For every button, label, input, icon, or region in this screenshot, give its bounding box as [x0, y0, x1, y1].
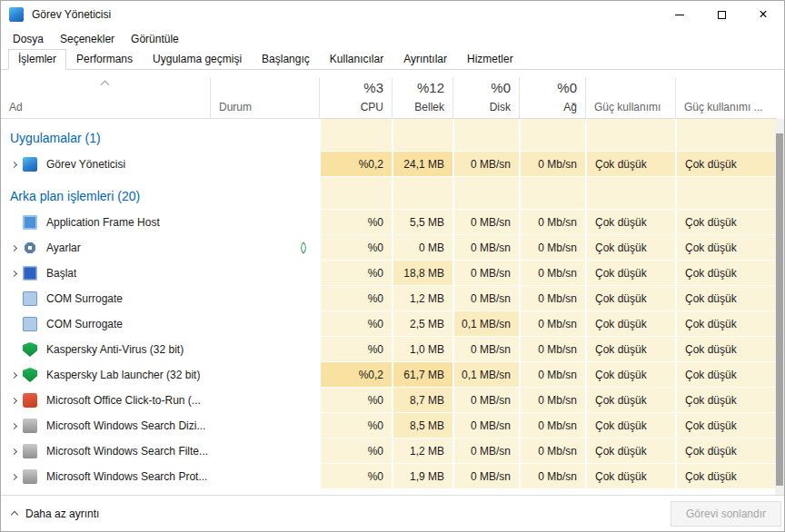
tab-performans[interactable]: Performans [66, 49, 143, 70]
process-row[interactable]: Microsoft Windows Search Filte... %0 1,2… [1, 438, 775, 464]
memory-cell: 2,5 MB [392, 311, 452, 337]
process-row[interactable]: Microsoft Windows Search Prot... %0 1,9 … [1, 464, 775, 489]
expand-chevron-icon[interactable] [10, 397, 16, 403]
cpu-total-value: %3 [363, 80, 383, 95]
close-button[interactable]: × [742, 1, 784, 28]
column-header-memory[interactable]: %12 Bellek [392, 77, 452, 118]
menu-item-görüntüle[interactable]: Görüntüle [123, 29, 187, 49]
column-header-disk[interactable]: %0 Disk [452, 77, 519, 118]
process-row[interactable]: Kaspersky Anti-Virus (32 bit) %0 1,0 MB … [1, 337, 775, 362]
group-status-cell [210, 119, 319, 152]
footer-bar: Daha az ayrıntı Görevi sonlandır [1, 495, 784, 531]
memory-cell: 24,1 MB [392, 152, 452, 177]
cpu-cell: %0 [319, 261, 392, 286]
cpu-cell: %0,2 [319, 362, 392, 388]
process-status-cell [210, 261, 319, 286]
column-header-status[interactable]: Durum [210, 77, 319, 118]
start-icon [23, 266, 37, 281]
kaspersky-icon [23, 342, 37, 357]
cpu-cell: %0 [319, 388, 392, 413]
power-trend-cell: Çok düşük [675, 235, 775, 261]
end-task-button[interactable]: Görevi sonlandır [671, 501, 781, 527]
process-row[interactable]: Başlat %0 18,8 MB 0 MB/sn 0 Mb/sn Çok dü… [1, 261, 775, 286]
tab-kullanıcılar[interactable]: Kullanıcılar [320, 49, 393, 70]
process-row[interactable]: COM Surrogate %0 2,5 MB 0,1 MB/sn 0 Mb/s… [1, 311, 775, 337]
expand-chevron-icon[interactable] [10, 448, 16, 454]
column-header-network[interactable]: %0 Ağ [519, 77, 585, 118]
disk-cell: 0,1 MB/sn [452, 362, 519, 388]
expand-chevron-icon[interactable] [10, 244, 16, 251]
process-name: Application Frame Host [46, 216, 160, 229]
tab-uygulama-geçmişi[interactable]: Uygulama geçmişi [143, 49, 252, 70]
process-row[interactable]: Görev Yöneticisi %0,2 24,1 MB 0 MB/sn 0 … [1, 152, 775, 177]
process-row[interactable]: Application Frame Host %0 5,5 MB 0 MB/sn… [1, 210, 775, 235]
expand-chevron-icon[interactable] [10, 371, 16, 378]
maximize-button[interactable] [701, 1, 742, 28]
menu-bar: DosyaSeçeneklerGörüntüle [1, 28, 784, 50]
memory-cell: 8,5 MB [392, 413, 452, 438]
group-network-cell [519, 177, 585, 210]
column-header-power[interactable]: Güç kullanımı [585, 77, 675, 118]
cpu-cell: %0 [319, 311, 392, 337]
process-status-cell [210, 438, 319, 464]
group-cpu-cell [319, 119, 392, 152]
process-name: Microsoft Office Click-to-Run (... [46, 394, 201, 407]
power-cell: Çok düşük [585, 362, 675, 388]
group-memory-cell [392, 177, 452, 210]
tab-başlangıç[interactable]: Başlangıç [252, 49, 320, 70]
memory-cell: 8,7 MB [392, 388, 452, 413]
group-memory-cell [392, 119, 452, 152]
vertical-scrollbar[interactable] [775, 119, 784, 495]
cpu-cell: %0 [319, 438, 392, 464]
process-name: COM Surrogate [46, 292, 123, 305]
process-name: Microsoft Windows Search Dizi... [46, 419, 205, 432]
minimize-button[interactable] [659, 1, 701, 28]
process-status-cell [210, 413, 319, 438]
process-name-cell: Kaspersky Anti-Virus (32 bit) [1, 337, 210, 362]
window-title: Görev Yöneticisi [32, 8, 111, 21]
expand-chevron-icon[interactable] [10, 422, 16, 429]
column-label-cpu: CPU [361, 101, 383, 113]
process-status-cell [210, 388, 319, 413]
process-name: Microsoft Windows Search Filte... [46, 445, 208, 458]
process-group-header[interactable]: Uygulamalar (1) [1, 119, 775, 152]
process-status-cell [210, 152, 319, 177]
power-cell: Çok düşük [585, 464, 675, 489]
process-row[interactable]: Ayarlar %0 0 MB 0 MB/sn 0 Mb/sn Çok düşü… [1, 235, 775, 261]
disk-cell: 0 MB/sn [452, 261, 519, 286]
cpu-cell: %0 [319, 464, 392, 489]
process-name: Kaspersky Anti-Virus (32 bit) [46, 343, 184, 356]
expand-chevron-icon[interactable] [10, 473, 16, 479]
process-row[interactable]: COM Surrogate %0 1,2 MB 0 MB/sn 0 Mb/sn … [1, 286, 775, 311]
tab-hizmetler[interactable]: Hizmetler [457, 49, 523, 70]
power-trend-cell: Çok düşük [675, 152, 775, 177]
titlebar: Görev Yöneticisi × [1, 1, 784, 28]
power-trend-cell: Çok düşük [675, 311, 775, 337]
process-name: Görev Yöneticisi [46, 158, 125, 171]
group-label: Uygulamalar (1) [10, 131, 101, 145]
column-header-cpu[interactable]: %3 CPU [319, 77, 392, 118]
process-status-cell [210, 337, 319, 362]
group-disk-cell [452, 177, 519, 210]
tab-i̇şlemler[interactable]: İşlemler [8, 49, 66, 70]
window-controls: × [659, 1, 784, 28]
expand-chevron-icon[interactable] [10, 270, 16, 276]
details-toggle[interactable]: Daha az ayrıntı [12, 507, 99, 520]
group-power-cell [585, 177, 675, 210]
menu-item-seçenekler[interactable]: Seçenekler [52, 29, 123, 49]
disk-cell: 0 MB/sn [452, 337, 519, 362]
cpu-cell: %0 [319, 286, 392, 311]
tab-ayrıntılar[interactable]: Ayrıntılar [393, 49, 457, 70]
expand-chevron-icon[interactable] [10, 161, 16, 167]
process-row[interactable]: Kaspersky Lab launcher (32 bit) %0,2 61,… [1, 362, 775, 388]
group-status-cell [210, 177, 319, 210]
column-header-name[interactable]: Ad [1, 77, 210, 118]
power-cell: Çok düşük [585, 261, 675, 286]
menu-item-dosya[interactable]: Dosya [5, 29, 52, 49]
column-header-power-trend[interactable]: Güç kullanımı ... [675, 77, 775, 118]
process-row[interactable]: Microsoft Windows Search Dizi... %0 8,5 … [1, 413, 775, 438]
process-group-header[interactable]: Arka plan işlemleri (20) [1, 177, 775, 210]
process-row[interactable]: Microsoft Office Click-to-Run (... %0 8,… [1, 388, 775, 413]
cpu-cell: %0 [319, 413, 392, 438]
scrollbar-thumb[interactable] [776, 133, 783, 486]
